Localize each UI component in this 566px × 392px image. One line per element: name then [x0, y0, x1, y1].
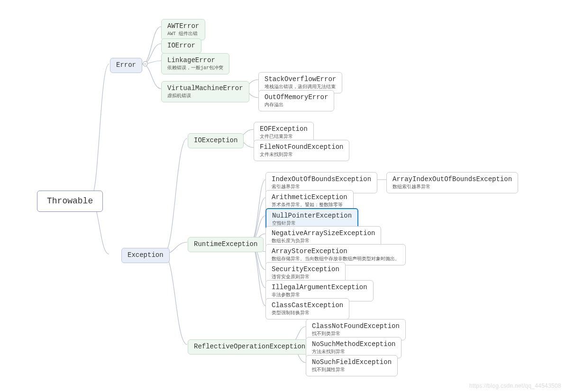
node-title: IndexOutOfBoundsException: [272, 175, 371, 183]
node-runtimeexception[interactable]: RuntimeException: [188, 237, 264, 252]
node-sub: 找不到属性异常: [312, 367, 392, 374]
node-sub: 文件未找到异常: [260, 152, 343, 158]
node-sub: 索引越界异常: [272, 184, 371, 191]
node-ioerror[interactable]: IOError: [161, 38, 201, 54]
node-sub: 数组索引越界异常: [393, 184, 512, 191]
node-title: EOFException: [260, 125, 308, 133]
node-title: NegativeArraySizeException: [272, 229, 375, 237]
node-title: ArithmeticException: [272, 193, 347, 201]
node-exception[interactable]: Exception: [121, 248, 170, 263]
node-title: Error: [116, 61, 136, 69]
node-title: VirtualMachineError: [167, 84, 243, 92]
node-title: Throwable: [47, 196, 93, 206]
node-throwable[interactable]: Throwable: [37, 191, 103, 212]
node-linkageerror[interactable]: LinkageError 依赖错误，一般jar包冲突: [161, 53, 229, 74]
node-title: IOError: [167, 42, 195, 49]
node-title: LinkageError: [167, 56, 215, 64]
node-classcastexception[interactable]: ClassCastException 类型强制转换异常: [265, 298, 349, 319]
node-sub: 数组长度为负异常: [272, 238, 375, 245]
node-title: ClassCastException: [272, 301, 343, 309]
node-title: RuntimeException: [194, 240, 257, 248]
node-sub: 非法参数异常: [272, 292, 367, 299]
node-title: NoSuchFieldException: [312, 358, 392, 366]
node-title: FileNotFoundException: [260, 143, 343, 151]
node-sub: 依赖错误，一般jar包冲突: [167, 65, 223, 72]
node-sub: 方法未找到异常: [312, 349, 395, 356]
node-sub: 堆栈溢出错误，递归调用无法结束: [265, 84, 336, 91]
node-title: ArrayIndexOutOfBoundsException: [393, 175, 512, 183]
node-sub: 内存溢出: [265, 102, 328, 109]
node-title: OutOfMemoryError: [265, 93, 328, 101]
node-sub: 数组存储异常。当向数组中存放非数组声明类型对象时抛出。: [272, 256, 400, 263]
node-filenotfoundexception[interactable]: FileNotFoundException 文件未找到异常: [254, 140, 349, 161]
node-sub: AWT 组件出错: [167, 31, 199, 37]
node-title: ReflectiveOperationException: [194, 343, 305, 350]
node-title: NullPointerException: [272, 212, 352, 219]
node-sub: 虚拟机错误: [167, 93, 243, 100]
node-title: IOException: [194, 137, 237, 144]
node-ioexception[interactable]: IOException: [188, 133, 244, 148]
node-title: ArrayStoreException: [272, 247, 347, 255]
node-awterror[interactable]: AWTError AWT 组件出错: [161, 19, 205, 40]
toggle-icon[interactable]: [143, 61, 148, 66]
node-virtualmachineerror[interactable]: VirtualMachineError 虚拟机错误: [161, 81, 249, 102]
node-sub: 文件已结束异常: [260, 134, 308, 140]
node-arrayindexoutofboundsexception[interactable]: ArrayIndexOutOfBoundsException 数组索引越界异常: [386, 172, 518, 193]
node-title: ClassNotFoundException: [312, 322, 400, 330]
node-title: StackOverflowError: [265, 75, 336, 83]
node-sub: 违背安全原则异常: [272, 274, 339, 281]
node-title: Exception: [128, 251, 164, 259]
node-title: AWTError: [167, 22, 199, 30]
node-title: SecurityException: [272, 265, 339, 273]
node-sub: 算术条件异常。譬如：整数除零等: [272, 202, 347, 209]
node-title: IllegalArgumentException: [272, 283, 367, 291]
node-sub: 找不到类异常: [312, 331, 400, 337]
watermark: https://blog.csdn.net/qq_44543508: [469, 383, 561, 389]
node-error[interactable]: Error: [110, 58, 142, 73]
node-outofmemoryerror[interactable]: OutOfMemoryError 内存溢出: [258, 90, 334, 111]
node-sub: 类型强制转换异常: [272, 310, 343, 317]
node-title: NoSuchMethodException: [312, 340, 395, 348]
node-nosuchfieldexception[interactable]: NoSuchFieldException 找不到属性异常: [306, 355, 398, 376]
node-reflectiveoperationexception[interactable]: ReflectiveOperationException: [188, 339, 311, 355]
